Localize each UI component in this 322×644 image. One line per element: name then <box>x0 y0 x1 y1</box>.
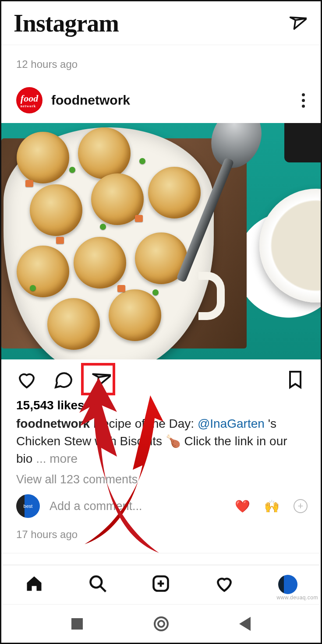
instagram-logo[interactable]: Instagram <box>14 9 119 37</box>
user-avatar[interactable]: best <box>16 494 40 518</box>
account-avatar[interactable]: food network <box>16 87 42 113</box>
tab-profile[interactable] <box>276 573 299 596</box>
bookmark-icon <box>285 369 306 390</box>
send-icon <box>287 13 307 32</box>
comment-icon <box>53 369 74 390</box>
annotation-highlight <box>81 363 115 395</box>
post-caption: foodnetwork Recipe of the Day: @InaGarte… <box>1 413 321 468</box>
caption-mention[interactable]: @InaGarten <box>198 417 265 430</box>
quick-react-hands[interactable]: 🙌 <box>264 499 280 514</box>
avatar-subtext: network <box>21 104 38 108</box>
account-username[interactable]: foodnetwork <box>51 93 298 108</box>
bottom-tab-bar <box>3 565 319 603</box>
caption-more[interactable]: more <box>50 452 78 465</box>
likes-count[interactable]: 15,543 likes <box>1 397 321 413</box>
post-timestamp: 17 hours ago <box>1 521 321 553</box>
app-screen: Instagram 12 hours ago food network food… <box>0 0 322 644</box>
heart-icon <box>215 574 234 593</box>
add-comment-row: best Add a comment... ❤️ 🙌 + <box>1 491 321 521</box>
watermark: www.deuaq.com <box>276 595 318 601</box>
home-icon <box>25 574 44 593</box>
circle-icon <box>154 616 169 631</box>
sys-back[interactable] <box>237 615 252 633</box>
square-icon <box>71 618 83 630</box>
system-nav-bar <box>3 604 319 643</box>
like-button[interactable] <box>14 367 39 393</box>
post-header: food network foodnetwork <box>1 79 321 123</box>
add-comment-input[interactable]: Add a comment... <box>50 500 221 513</box>
caption-text-1: Recipe of the Day: <box>93 417 198 430</box>
profile-avatar-icon <box>278 575 297 594</box>
triangle-icon <box>239 617 251 631</box>
quick-react-heart[interactable]: ❤️ <box>235 499 250 514</box>
svg-point-0 <box>90 577 102 588</box>
comment-button[interactable] <box>51 367 76 393</box>
svg-line-1 <box>100 586 106 592</box>
sys-recent-apps[interactable] <box>70 616 85 631</box>
search-icon <box>88 574 107 593</box>
more-reactions-button[interactable]: + <box>294 499 308 513</box>
tab-activity[interactable] <box>213 572 236 596</box>
caption-username[interactable]: foodnetwork <box>16 417 90 430</box>
caption-ellipsis: ... <box>36 452 50 465</box>
tab-search[interactable] <box>86 572 109 596</box>
save-button[interactable] <box>283 367 308 393</box>
view-all-comments[interactable]: View all 123 comments <box>1 468 321 491</box>
avatar-text: food <box>21 93 38 104</box>
heart-icon <box>16 369 37 390</box>
app-header: Instagram <box>1 1 321 45</box>
direct-message-button[interactable] <box>286 11 308 35</box>
previous-post-timestamp: 12 hours ago <box>1 45 321 79</box>
post-image[interactable] <box>1 123 321 359</box>
post-actions <box>1 359 321 397</box>
tab-new-post[interactable] <box>149 572 172 596</box>
tab-home[interactable] <box>23 572 46 596</box>
sys-home[interactable] <box>152 615 170 633</box>
plus-square-icon <box>151 574 170 593</box>
post-options-button[interactable] <box>298 90 308 111</box>
